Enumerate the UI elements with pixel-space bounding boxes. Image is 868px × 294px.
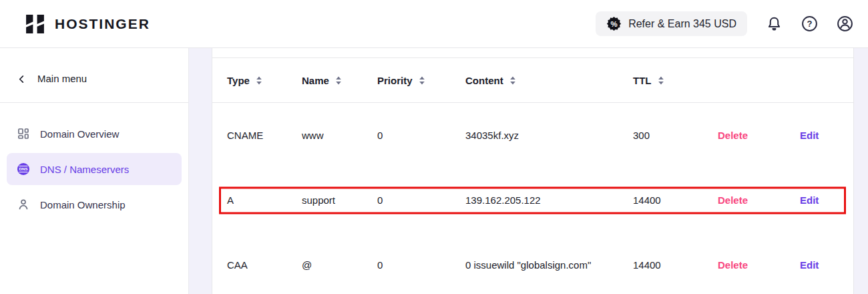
table-row-highlighted: A support 0 139.162.205.122 14400 Delete…	[212, 168, 853, 233]
table-row: CAA @ 0 0 issuewild "globalsign.com" 144…	[212, 233, 853, 294]
grid-icon	[17, 127, 30, 140]
column-label: TTL	[633, 75, 652, 86]
cell-content: 139.162.205.122	[465, 191, 600, 209]
column-label: Content	[465, 75, 503, 86]
table-row: CNAME www 0 34035kf.xyz 300 Delete Edit	[212, 103, 853, 168]
sort-icon[interactable]	[509, 76, 516, 85]
navbar-actions: % Refer & Earn 345 USD ?	[596, 11, 853, 36]
svg-text:DNS: DNS	[19, 166, 27, 171]
svg-text:%: %	[611, 20, 618, 28]
column-label: Priority	[377, 75, 413, 86]
edit-record-button[interactable]: Edit	[800, 259, 819, 271]
sidebar-menu: Domain Overview DNS DNS / Nameservers	[0, 103, 188, 239]
delete-record-button[interactable]: Delete	[718, 194, 748, 206]
account-avatar-icon[interactable]	[837, 15, 853, 32]
cell-priority: 0	[377, 191, 465, 209]
cell-type: CNAME	[227, 126, 302, 144]
cell-ttl: 300	[633, 126, 718, 144]
column-header-ttl[interactable]: TTL	[633, 75, 718, 86]
cell-name: support	[302, 191, 377, 209]
cell-priority: 0	[377, 126, 465, 144]
column-header-name[interactable]: Name	[302, 75, 377, 86]
sort-icon[interactable]	[419, 76, 425, 85]
sidebar-item-domain-ownership[interactable]: Domain Ownership	[7, 188, 182, 220]
column-label: Type	[227, 75, 250, 86]
sort-icon[interactable]	[658, 76, 664, 85]
dns-globe-icon: DNS	[17, 162, 30, 176]
main-menu-back-button[interactable]: Main menu	[0, 48, 188, 103]
person-icon	[17, 198, 30, 211]
sort-icon[interactable]	[256, 76, 262, 85]
sidebar-item-domain-overview[interactable]: Domain Overview	[7, 118, 182, 150]
delete-record-button[interactable]: Delete	[718, 130, 748, 141]
hostinger-logo-icon	[24, 13, 46, 35]
chevron-left-icon	[17, 75, 26, 84]
cell-type: A	[227, 191, 302, 209]
edit-record-button[interactable]: Edit	[800, 194, 819, 206]
sidebar-item-dns-nameservers[interactable]: DNS DNS / Nameservers	[7, 153, 182, 185]
column-header-content[interactable]: Content	[465, 75, 633, 86]
notifications-bell-icon[interactable]	[766, 15, 783, 32]
delete-record-button[interactable]: Delete	[718, 259, 748, 271]
cell-ttl: 14400	[633, 256, 718, 274]
brand-name: HOSTINGER	[55, 16, 150, 32]
table-header-row: Type Name Priority Content TTL	[212, 58, 853, 103]
percent-badge-icon: %	[606, 16, 622, 31]
sidebar-item-label: DNS / Nameservers	[40, 164, 129, 175]
cell-ttl: 14400	[633, 191, 718, 209]
cell-content: 0 issuewild "globalsign.com"	[465, 256, 600, 274]
refer-earn-button[interactable]: % Refer & Earn 345 USD	[596, 11, 747, 36]
top-navbar: HOSTINGER % Refer & Earn 345 USD ?	[0, 0, 868, 48]
column-label: Name	[302, 75, 329, 86]
sidebar-item-label: Domain Ownership	[40, 199, 126, 210]
help-icon[interactable]: ?	[801, 15, 818, 32]
dns-records-card: Type Name Priority Content TTL	[212, 48, 854, 294]
cell-name: @	[302, 256, 377, 274]
cell-priority: 0	[377, 256, 465, 274]
hostinger-logo[interactable]: HOSTINGER	[24, 13, 150, 35]
svg-text:?: ?	[807, 19, 813, 29]
cell-content: 34035kf.xyz	[465, 126, 600, 144]
column-header-type[interactable]: Type	[227, 75, 302, 86]
sidebar-item-label: Domain Overview	[40, 128, 119, 140]
main-menu-label: Main menu	[37, 71, 87, 87]
cell-type: CAA	[227, 256, 302, 274]
sidebar: Main menu Domain Overview DNS	[0, 48, 189, 294]
column-header-priority[interactable]: Priority	[377, 75, 465, 86]
refer-earn-label: Refer & Earn 345 USD	[628, 18, 736, 30]
sort-icon[interactable]	[335, 76, 342, 85]
edit-record-button[interactable]: Edit	[800, 130, 819, 141]
cell-name: www	[302, 126, 377, 144]
card-top-divider	[212, 48, 853, 58]
